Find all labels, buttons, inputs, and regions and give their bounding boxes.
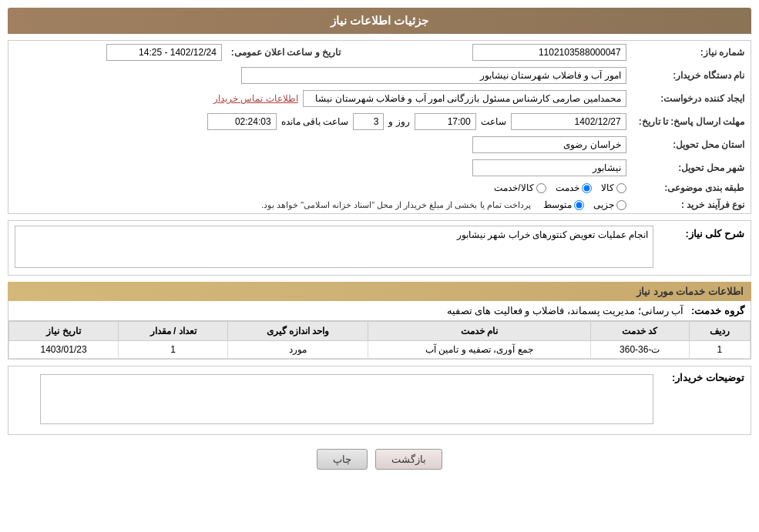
col-service-code: کد خدمت [590, 322, 689, 341]
contact-link[interactable]: اطلاعات تماس خریدار [213, 93, 298, 104]
page-title: جزئیات اطلاعات نیاز [8, 8, 751, 34]
service-group-label: گروه خدمت: [691, 305, 744, 316]
remaining-time-input [207, 113, 277, 130]
deadline-day-label: روز و [388, 116, 409, 127]
purchase-motawaset[interactable]: متوسط [543, 199, 584, 210]
buyer-org-label: نام دستگاه خریدار: [633, 64, 751, 87]
col-rownum: ردیف [689, 322, 750, 341]
services-section-header: اطلاعات خدمات مورد نیاز [8, 282, 751, 301]
need-number-input[interactable] [472, 44, 626, 61]
deadline-days-input [353, 113, 384, 130]
category-kala[interactable]: کالا [601, 182, 626, 193]
category-label: طبقه بندی موضوعی: [633, 179, 751, 196]
cell-quantity: 1 [119, 341, 228, 359]
cell-unit: مورد [228, 341, 368, 359]
back-button[interactable]: بازگشت [375, 449, 442, 470]
buyer-notes-label: توضیحات خریدار: [660, 370, 744, 383]
service-group-value: آب رسانی؛ مدیریت پسماند، فاضلاب و فعالیت… [447, 305, 684, 316]
province-input [472, 136, 626, 153]
buyer-org-input[interactable] [241, 67, 626, 84]
button-row: بازگشت چاپ [8, 441, 751, 477]
cell-service-code: ت-36-360 [590, 341, 689, 359]
description-label: شرح کلی نیاز: [660, 226, 744, 239]
col-date: تاریخ نیاز [9, 322, 119, 341]
cell-date: 1403/01/23 [9, 341, 119, 359]
deadline-time-input [415, 113, 476, 130]
purchase-jozee[interactable]: جزیی [593, 199, 626, 210]
deadline-time-label: ساعت [481, 116, 506, 127]
cell-rownum: 1 [689, 341, 750, 359]
city-input [472, 159, 626, 176]
buyer-notes-textarea[interactable] [40, 374, 653, 424]
announcement-label: تاریخ و ساعت اعلان عمومی: [228, 41, 347, 64]
services-table: ردیف کد خدمت نام خدمت واحد اندازه گیری ت… [8, 321, 751, 359]
table-row: 1 ت-36-360 جمع آوری، تصفیه و تامین آب مو… [9, 341, 751, 359]
purchase-type-label: نوع فرآیند خرید : [633, 196, 751, 213]
city-label: شهر محل تحویل: [633, 156, 751, 179]
col-quantity: تعداد / مقدار [119, 322, 228, 341]
description-textarea[interactable] [15, 226, 653, 268]
category-khedmat[interactable]: خدمت [556, 182, 592, 193]
col-service-name: نام خدمت [368, 322, 590, 341]
cell-service-name: جمع آوری، تصفیه و تامین آب [368, 341, 590, 359]
category-kala-khedmat[interactable]: کالا/خدمت [494, 182, 546, 193]
deadline-label: مهلت ارسال پاسخ: تا تاریخ: [633, 110, 751, 133]
creator-label: ایجاد کننده درخواست: [633, 87, 751, 110]
deadline-date-input [511, 113, 626, 130]
col-unit: واحد اندازه گیری [228, 322, 368, 341]
creator-input [303, 90, 626, 107]
remaining-label: ساعت باقی مانده [281, 116, 349, 127]
print-button[interactable]: چاپ [317, 449, 368, 470]
announcement-input[interactable] [106, 44, 222, 61]
province-label: استان محل تحویل: [633, 133, 751, 156]
need-number-label: شماره نیاز: [633, 41, 751, 64]
purchase-type-note: پرداخت تمام یا بخشی از مبلغ خریدار از مح… [261, 200, 531, 210]
